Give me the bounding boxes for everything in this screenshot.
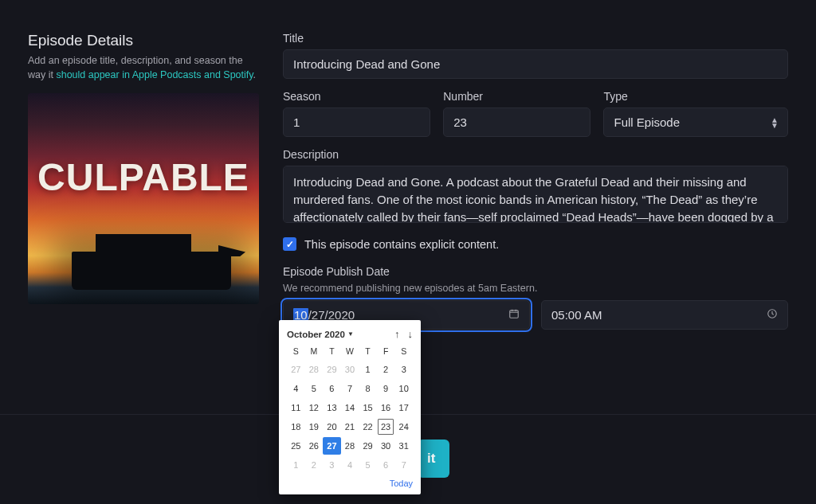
- publish-date-label: Episode Publish Date: [283, 265, 788, 278]
- calendar-month-label: October 2020: [287, 330, 345, 339]
- title-input[interactable]: [283, 49, 788, 79]
- calendar-day[interactable]: 7: [394, 456, 413, 474]
- calendar-day[interactable]: 1: [359, 361, 377, 378]
- calendar-day[interactable]: 2: [305, 456, 324, 474]
- calendar-day[interactable]: 14: [341, 399, 359, 416]
- calendar-day[interactable]: 13: [323, 399, 341, 416]
- time-text: 05:00 AM: [551, 308, 602, 322]
- calendar-day[interactable]: 19: [305, 418, 324, 436]
- calendar-day[interactable]: 28: [305, 361, 324, 378]
- calendar-day[interactable]: 4: [341, 456, 359, 474]
- appearance-link[interactable]: should appear in Apple Podcasts and Spot…: [56, 69, 253, 80]
- calendar-day[interactable]: 26: [305, 437, 324, 455]
- calendar-dow: M: [305, 346, 324, 359]
- calendar-day[interactable]: 1: [287, 456, 305, 474]
- calendar-day[interactable]: 5: [305, 380, 324, 397]
- calendar-month-select[interactable]: October 2020 ▼: [287, 330, 354, 339]
- calendar-day[interactable]: 29: [323, 361, 341, 378]
- calendar-day[interactable]: 20: [323, 418, 341, 436]
- calendar-day[interactable]: 6: [377, 456, 395, 474]
- season-label: Season: [283, 90, 430, 103]
- description-label: Description: [283, 148, 788, 161]
- calendar-day[interactable]: 24: [394, 418, 413, 436]
- calendar-day[interactable]: 11: [287, 399, 305, 416]
- calendar-day[interactable]: 12: [305, 399, 324, 416]
- calendar-day[interactable]: 3: [323, 456, 341, 474]
- date-picker-popover: October 2020 ▼ ↑ ↓ SMTWTFS27282930123456…: [279, 320, 421, 494]
- number-input[interactable]: [443, 107, 590, 137]
- calendar-day[interactable]: 3: [394, 361, 413, 378]
- calendar-day[interactable]: 22: [359, 418, 377, 436]
- submit-button[interactable]: it: [418, 440, 449, 478]
- calendar-today-link[interactable]: Today: [390, 479, 413, 488]
- calendar-dow: S: [287, 346, 305, 359]
- calendar-day[interactable]: 5: [359, 456, 377, 474]
- type-label: Type: [603, 90, 788, 103]
- cover-art-title: CULPABLE: [28, 155, 259, 199]
- calendar-day[interactable]: 29: [359, 437, 377, 455]
- svg-rect-0: [510, 311, 519, 318]
- calendar-day[interactable]: 15: [359, 399, 377, 416]
- calendar-day[interactable]: 30: [341, 361, 359, 378]
- calendar-grid: SMTWTFS272829301234567891011121314151617…: [287, 346, 413, 474]
- calendar-day[interactable]: 9: [377, 380, 395, 397]
- calendar-day[interactable]: 27: [323, 437, 341, 455]
- calendar-day[interactable]: 4: [287, 380, 305, 397]
- calendar-day[interactable]: 25: [287, 437, 305, 455]
- explicit-checkbox[interactable]: ✓: [283, 237, 296, 251]
- calendar-dow: T: [323, 346, 341, 359]
- calendar-day[interactable]: 6: [323, 380, 341, 397]
- calendar-day[interactable]: 8: [359, 380, 377, 397]
- calendar-day[interactable]: 23: [377, 418, 395, 436]
- calendar-dow: F: [377, 346, 395, 359]
- calendar-day[interactable]: 10: [394, 380, 413, 397]
- type-select[interactable]: Full Episode: [603, 107, 788, 137]
- season-input[interactable]: [283, 107, 430, 137]
- calendar-day[interactable]: 27: [287, 361, 305, 378]
- calendar-day[interactable]: 21: [341, 418, 359, 436]
- calendar-dow: S: [394, 346, 413, 359]
- calendar-dow: W: [341, 346, 359, 359]
- calendar-next-icon[interactable]: ↓: [408, 328, 414, 340]
- section-heading: Episode Details: [28, 32, 259, 49]
- number-label: Number: [443, 90, 590, 103]
- description-textarea[interactable]: Introducing Dead and Gone. A podcast abo…: [283, 166, 788, 223]
- time-input[interactable]: 05:00 AM: [541, 300, 788, 330]
- calendar-icon: [508, 308, 520, 322]
- calendar-day[interactable]: 18: [287, 418, 305, 436]
- calendar-day[interactable]: 31: [394, 437, 413, 455]
- calendar-day[interactable]: 17: [394, 399, 413, 416]
- calendar-day[interactable]: 30: [377, 437, 395, 455]
- calendar-day[interactable]: 2: [377, 361, 395, 378]
- section-subtext: Add an episode title, description, and s…: [28, 54, 259, 82]
- clock-icon: [767, 308, 778, 322]
- calendar-day[interactable]: 16: [377, 399, 395, 416]
- explicit-label: This episode contains explicit content.: [304, 238, 499, 251]
- calendar-day[interactable]: 7: [341, 380, 359, 397]
- subtext-suffix: .: [253, 69, 256, 80]
- title-label: Title: [283, 32, 788, 45]
- caret-down-icon: ▼: [347, 330, 354, 338]
- cover-art-ship: [72, 252, 231, 290]
- publish-hint: We recommend publishing new episodes at …: [283, 283, 788, 294]
- calendar-prev-icon[interactable]: ↑: [394, 328, 400, 340]
- calendar-day[interactable]: 28: [341, 437, 359, 455]
- calendar-dow: T: [359, 346, 377, 359]
- episode-cover-art: CULPABLE: [28, 93, 259, 304]
